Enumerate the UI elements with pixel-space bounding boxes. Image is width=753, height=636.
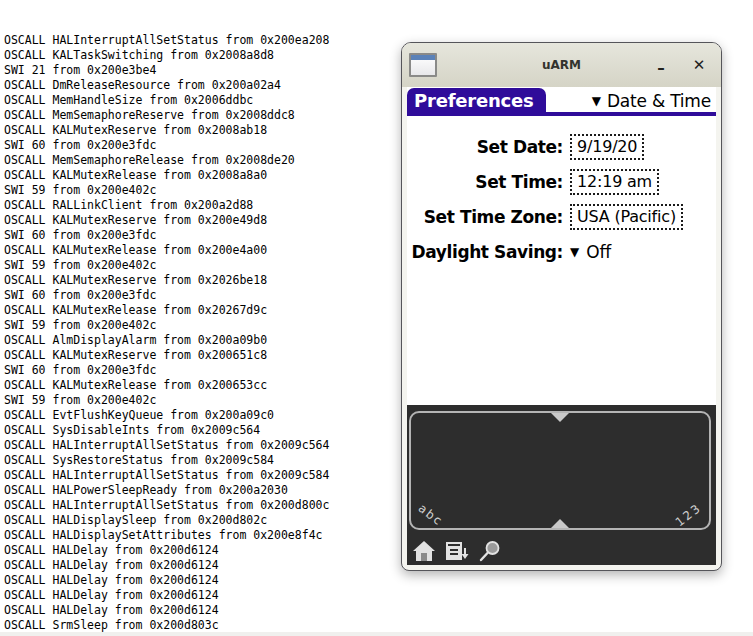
- form-row: Set Date: 9/19/20: [407, 129, 716, 164]
- datetime-form: Set Date: 9/19/20 Set Time: 12:19 am Set…: [407, 129, 716, 269]
- log-line: SWI 60 from 0x200e3fdc: [4, 288, 329, 303]
- log-line: OSCALL MemSemaphoreRelease from 0x2008de…: [4, 153, 329, 168]
- abc-keyboard-tap-target[interactable]: abc: [416, 501, 446, 529]
- uarm-window: uARM – ✕ Preferences ▼ Date & Time Set D…: [401, 42, 722, 571]
- window-titlebar[interactable]: uARM – ✕: [402, 43, 721, 87]
- daylight-saving-dropdown[interactable]: ▼ Off: [570, 242, 611, 262]
- log-line: SWI 21 from 0x200e3be4: [4, 63, 329, 78]
- log-line: OSCALL KALMutexRelease from 0x2008a8a0: [4, 168, 329, 183]
- window-frame: Preferences ▼ Date & Time Set Date: 9/19…: [402, 87, 721, 570]
- panel-selector[interactable]: ▼ Date & Time: [592, 89, 711, 112]
- daylight-saving-value: Off: [586, 242, 611, 262]
- terminal-log: OSCALL HALInterruptAllSetStatus from 0x2…: [4, 3, 329, 636]
- log-line: OSCALL HALDelay from 0x200d6124: [4, 573, 329, 588]
- window-controls: – ✕: [652, 43, 708, 87]
- log-line: OSCALL KALMutexRelease from 0x200e4a00: [4, 243, 329, 258]
- field-label: Set Date:: [407, 137, 570, 157]
- log-line: OSCALL SysRestoreStatus from 0x2009c584: [4, 453, 329, 468]
- chevron-down-icon: ▼: [570, 246, 579, 258]
- daylight-saving-label: Daylight Saving:: [407, 242, 570, 262]
- title-accent-bar: [407, 112, 716, 116]
- log-line: OSCALL HALDisplaySetAttributes from 0x20…: [4, 528, 329, 543]
- log-line: SWI 60 from 0x200e3fdc: [4, 228, 329, 243]
- log-line: OSCALL HALInterruptAllSetStatus from 0x2…: [4, 438, 329, 453]
- log-line: OSCALL SysDisableInts from 0x2009c564: [4, 423, 329, 438]
- field-label: Set Time Zone:: [407, 207, 570, 227]
- field-value-button[interactable]: 12:19 am: [570, 169, 659, 195]
- menu-icon: [445, 540, 469, 562]
- minimize-button[interactable]: –: [652, 61, 670, 76]
- log-line: OSCALL HALDelay from 0x200d6124: [4, 543, 329, 558]
- log-line: OSCALL HALInterruptAllSetStatus from 0x2…: [4, 33, 329, 48]
- field-label: Set Time:: [407, 172, 570, 192]
- log-line: SWI 59 from 0x200e402c: [4, 258, 329, 273]
- log-line: OSCALL SrmSleep from 0x200d803c: [4, 618, 329, 633]
- log-lines: OSCALL HALInterruptAllSetStatus from 0x2…: [4, 33, 329, 636]
- silkscreen-area: abc 123: [407, 405, 716, 565]
- log-line: OSCALL KALMutexReserve from 0x2008ab18: [4, 123, 329, 138]
- close-button[interactable]: ✕: [690, 58, 708, 73]
- log-line: OSCALL KALMutexRelease from 0x200653cc: [4, 378, 329, 393]
- find-button[interactable]: [478, 539, 502, 563]
- palm-screen: Preferences ▼ Date & Time Set Date: 9/19…: [407, 87, 716, 565]
- panel-selector-label: Date & Time: [607, 91, 711, 111]
- log-line: OSCALL RALLinkClient from 0x200a2d88: [4, 198, 329, 213]
- log-line: OSCALL KALMutexReserve from 0x2026be18: [4, 273, 329, 288]
- log-line: OSCALL KALMutexReserve from 0x200e49d8: [4, 213, 329, 228]
- graffiti-input-area[interactable]: abc 123: [409, 411, 711, 530]
- log-line: OSCALL MemSemaphoreReserve from 0x2008dd…: [4, 108, 329, 123]
- log-line: SWI 59 from 0x200e402c: [4, 393, 329, 408]
- log-line: SWI 60 from 0x200e3fdc: [4, 138, 329, 153]
- form-rows: Set Date: 9/19/20 Set Time: 12:19 am Set…: [407, 129, 716, 234]
- daylight-saving-row: Daylight Saving: ▼ Off: [407, 234, 716, 269]
- log-line: OSCALL HALDisplaySleep from 0x200d802c: [4, 513, 329, 528]
- numeric-keyboard-tap-target[interactable]: 123: [673, 501, 704, 530]
- form-row: Set Time: 12:19 am: [407, 164, 716, 199]
- log-line: OSCALL HALDelay from 0x200d6124: [4, 603, 329, 618]
- form-row: Set Time Zone: USA (Pacific): [407, 199, 716, 234]
- log-line: OSCALL HALInterruptAllSetStatus from 0x2…: [4, 498, 329, 513]
- log-line: SWI 59 from 0x200e402c: [4, 183, 329, 198]
- log-line: OSCALL HALInterruptAllSetStatus from 0x2…: [4, 468, 329, 483]
- log-line: SWI 59 from 0x200e402c: [4, 318, 329, 333]
- collapse-arrow-icon[interactable]: [551, 413, 569, 422]
- field-value-button[interactable]: USA (Pacific): [570, 204, 683, 230]
- log-line: OSCALL DmReleaseResource from 0x200a02a4: [4, 78, 329, 93]
- field-value-button[interactable]: 9/19/20: [570, 134, 644, 160]
- log-line: OSCALL MemHandleSize from 0x2006ddbc: [4, 93, 329, 108]
- chevron-down-icon: ▼: [592, 95, 601, 107]
- log-line: OSCALL HALDelay from 0x200d6124: [4, 588, 329, 603]
- home-button[interactable]: [412, 539, 436, 563]
- log-line: OSCALL AlmDisplayAlarm from 0x200a09b0: [4, 333, 329, 348]
- log-line: OSCALL HALPowerSleepReady from 0x200a203…: [4, 483, 329, 498]
- silkscreen-buttons: [412, 539, 502, 563]
- preferences-app-tab: Preferences: [407, 88, 546, 113]
- expand-arrow-icon[interactable]: [551, 519, 569, 528]
- log-line: OSCALL KALTaskSwitching from 0x2008a8d8: [4, 48, 329, 63]
- log-line: SWI 60 from 0x200e3fdc: [4, 363, 329, 378]
- log-line: OSCALL EvtFlushKeyQueue from 0x200a09c0: [4, 408, 329, 423]
- home-icon: [412, 540, 436, 562]
- log-line: OSCALL KALMutexRelease from 0x20267d9c: [4, 303, 329, 318]
- find-icon: [478, 540, 502, 562]
- log-line: OSCALL HALDelay from 0x200d6124: [4, 558, 329, 573]
- log-line: OSCALL KALMutexReserve from 0x200651c8: [4, 348, 329, 363]
- menu-button[interactable]: [445, 539, 469, 563]
- screen-edge-strip: [0, 632, 753, 636]
